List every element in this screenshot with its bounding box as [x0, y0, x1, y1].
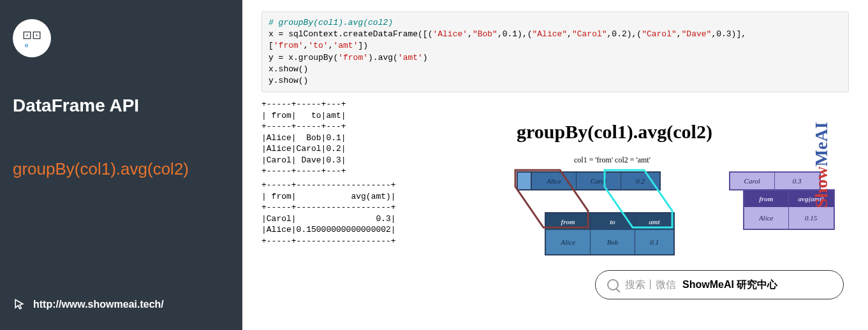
search-icon	[607, 279, 619, 291]
cell: Carol	[730, 173, 775, 189]
sidebar: ⊡⊡ ShowMeAI DataFrame API groupBy(col1).…	[0, 0, 242, 330]
cell: 0.1	[635, 230, 673, 254]
search-brand: ShowMeAI 研究中心	[682, 278, 777, 292]
cell: Alice	[532, 173, 577, 189]
cell: Bob	[591, 230, 635, 254]
header-cell: amt	[635, 213, 673, 230]
main-content: # groupBy(col1).avg(col2) x = sqlContext…	[242, 0, 868, 330]
code-comment: # groupBy(col1).avg(col2)	[268, 17, 842, 29]
cell: Alice	[744, 207, 789, 229]
robot-icon: ⊡⊡	[22, 28, 41, 42]
source-table-stack: Carol Dave 0.3 Alice Carol 0.2 from to a…	[517, 171, 652, 270]
diagram-title: groupBy(col1).avg(col2)	[517, 121, 830, 143]
code-line-1: x = sqlContext.createDataFrame([('Alice'…	[268, 29, 842, 52]
page-title: DataFrame API	[13, 96, 230, 116]
search-placeholder: 搜索丨微信	[625, 278, 676, 292]
header-cell: from	[546, 213, 591, 230]
search-widget[interactable]: 搜索丨微信 ShowMeAI 研究中心	[595, 270, 844, 299]
logo-text: ShowMeAI	[17, 42, 47, 48]
code-block: # groupBy(col1).avg(col2) x = sqlContext…	[261, 11, 849, 92]
header-cell: from	[744, 190, 789, 207]
footer-url: http://www.showmeai.tech/	[33, 299, 164, 310]
cell: Alice	[546, 230, 591, 254]
code-line-3: x.show()	[268, 64, 842, 75]
watermark: ShowMeAI	[811, 122, 831, 208]
footer: http://www.showmeai.tech/	[13, 298, 230, 311]
diagram: groupBy(col1).avg(col2) col1 = 'from' co…	[517, 121, 830, 270]
header-cell: to	[591, 213, 635, 230]
cell: Carol	[577, 173, 621, 189]
cell: 0.15	[789, 207, 834, 229]
cell: 0.2	[621, 173, 659, 189]
diagram-subtitle: col1 = 'from' col2 = 'amt'	[574, 155, 830, 165]
logo: ⊡⊡ ShowMeAI	[13, 19, 51, 57]
function-name: groupBy(col1).avg(col2)	[13, 154, 230, 184]
code-line-2: y = x.groupBy('from').avg('amt')	[268, 52, 842, 64]
cursor-icon	[13, 298, 26, 311]
code-line-4: y.show()	[268, 75, 842, 87]
